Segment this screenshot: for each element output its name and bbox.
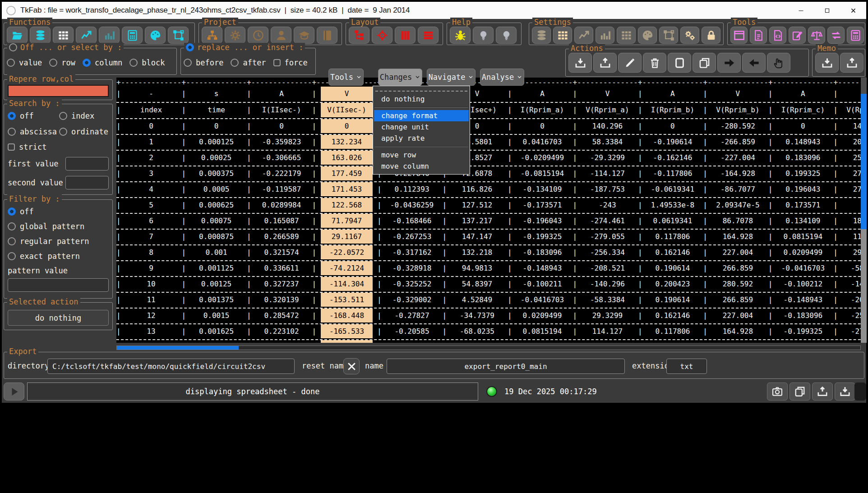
table-cell[interactable]: index [121, 103, 182, 117]
table-cell[interactable]: 266.859 [707, 293, 768, 307]
table-cell[interactable]: 0 [251, 119, 312, 133]
table-cell[interactable]: -0.329002 [382, 293, 443, 307]
repere-bar[interactable] [8, 85, 109, 97]
checkbox-strict[interactable] [8, 143, 15, 151]
table-cell[interactable]: 280.592 [707, 277, 768, 291]
table-cell[interactable]: 171.453 [316, 182, 377, 196]
trash-button[interactable] [643, 53, 666, 73]
table-cell[interactable]: 1.49533e-8 [642, 198, 703, 212]
menu-item-change-format[interactable]: change format [374, 110, 469, 121]
table-cell[interactable]: 9 [121, 261, 182, 275]
table-cell[interactable]: -22.0572 [316, 245, 377, 259]
table-cell[interactable]: -0.325252 [382, 277, 443, 291]
table-cell[interactable]: 147.147 [447, 230, 508, 244]
table-cell[interactable]: V [707, 87, 768, 101]
menu-item-move-column[interactable]: move column [374, 161, 469, 172]
table-cell[interactable]: 0.162146 [642, 245, 703, 259]
gears-button[interactable] [680, 27, 699, 44]
table-cell[interactable]: -256.334 [577, 245, 638, 259]
table-cell[interactable]: -68.0235 [447, 324, 508, 338]
directory-input[interactable]: C:/tclsoft/tkfab/test/mono/quickfield/ci… [47, 359, 295, 374]
transform-button[interactable] [659, 27, 678, 44]
run-button[interactable] [4, 382, 24, 401]
table-cell[interactable]: -266.859 [707, 135, 768, 149]
table-cell[interactable]: 0.0815194 [512, 324, 573, 338]
calculator-button[interactable] [847, 27, 864, 44]
bar-chart-button[interactable] [99, 27, 120, 44]
journal-button[interactable] [317, 27, 337, 44]
copy-button[interactable] [790, 382, 810, 401]
table-cell[interactable]: 164.928 [707, 324, 768, 338]
table-cell[interactable]: 0.00125 [186, 277, 247, 291]
bar-chart-button[interactable] [596, 27, 614, 44]
line-chart-button[interactable] [76, 27, 97, 44]
table-cell[interactable]: -74.2124 [316, 261, 377, 275]
table-cell[interactable]: -0.168466 [382, 214, 443, 228]
table-cell[interactable]: 54.8397 [447, 277, 508, 291]
table-cell[interactable]: 122.568 [316, 198, 377, 212]
table-cell[interactable]: 0 [316, 119, 377, 133]
swap-arrows-button[interactable] [827, 27, 845, 44]
menu-item-apply-rate[interactable]: apply rate [374, 133, 469, 144]
arrow-left-button[interactable] [742, 53, 766, 73]
table-cell[interactable]: -0.20585 [382, 324, 443, 338]
crosshair-button[interactable] [372, 27, 392, 44]
table-cell[interactable]: 0.000625 [186, 198, 247, 212]
table-cell[interactable]: 0.000375 [186, 166, 247, 180]
table-cell[interactable]: -279.055 [577, 230, 638, 244]
table-cell[interactable]: 0.285472 [251, 309, 312, 323]
table-cell[interactable]: -0.119587 [251, 182, 312, 196]
rect-select-button[interactable] [668, 53, 691, 73]
scales-button[interactable] [808, 27, 825, 44]
table-cell[interactable]: -0.0209499 [512, 151, 573, 165]
table-cell[interactable]: -0.267253 [382, 230, 443, 244]
folder-open-button[interactable] [7, 27, 28, 44]
radio-off[interactable] [8, 207, 16, 216]
table-cell[interactable]: 0.165087 [251, 214, 312, 228]
table-cell[interactable]: -0.162146 [642, 151, 703, 165]
tray-upload-button[interactable] [840, 53, 863, 73]
file-code-button[interactable] [769, 27, 786, 44]
table-cell[interactable]: -0.0815194 [512, 166, 573, 180]
table-cell[interactable]: 0.117806 [642, 324, 703, 338]
pencil-button[interactable] [618, 53, 642, 73]
table-cell[interactable]: -274.461 [838, 340, 861, 343]
table-cell[interactable]: -0.0436259 [382, 198, 443, 212]
sitemap-button[interactable] [202, 27, 222, 44]
radio-global-pattern[interactable] [8, 222, 16, 230]
name-input[interactable]: export_report0_main [387, 359, 625, 374]
table-cell[interactable]: -29.3299 [577, 151, 638, 165]
palette-button[interactable] [638, 27, 657, 44]
table-cell[interactable]: 0.0015 [186, 309, 247, 323]
table-cell[interactable]: -0.148943 [512, 261, 573, 275]
user-button[interactable] [271, 27, 291, 44]
table-grid-button[interactable] [53, 27, 74, 44]
table-cell[interactable]: A [642, 87, 703, 101]
table-cell[interactable]: 0.001375 [186, 293, 247, 307]
table-cell[interactable]: 13 [121, 324, 182, 338]
spreadsheet[interactable]: +--------------+--------------+---------… [116, 78, 861, 343]
table-cell[interactable]: 1 [121, 135, 182, 149]
table-cell[interactable]: 0.321574 [251, 245, 312, 259]
table-cell[interactable]: I(Rprim_a) [512, 103, 573, 117]
bug-button[interactable] [450, 27, 471, 44]
menu-item-do-nothing[interactable]: do nothing [374, 93, 469, 105]
table-cell[interactable]: 10 [121, 277, 182, 291]
radio-block[interactable] [129, 59, 138, 67]
table-cell[interactable]: -227.004 [707, 151, 768, 165]
table-cell[interactable]: -58.3384 [577, 293, 638, 307]
table-cell[interactable]: 11 [121, 293, 182, 307]
table-cell[interactable]: 0.183096 [772, 151, 833, 165]
menu-item-change-unit[interactable]: change unit [374, 121, 469, 133]
table-cell[interactable]: 0.199325 [772, 166, 833, 180]
table-cell[interactable]: -0.183096 [512, 245, 573, 259]
columns-button[interactable] [395, 27, 416, 44]
calculator-button[interactable] [122, 27, 143, 44]
table-cell[interactable]: 227.004 [707, 245, 768, 259]
table-cell[interactable]: -0.0416703 [772, 261, 833, 275]
table-cell[interactable]: 137.217 [447, 214, 508, 228]
table-cell[interactable]: 5 [121, 198, 182, 212]
menubutton-tools[interactable]: Tools [328, 69, 364, 86]
table-cell[interactable]: -168.448 [316, 309, 377, 323]
table-cell[interactable]: 0.00075 [186, 214, 247, 228]
